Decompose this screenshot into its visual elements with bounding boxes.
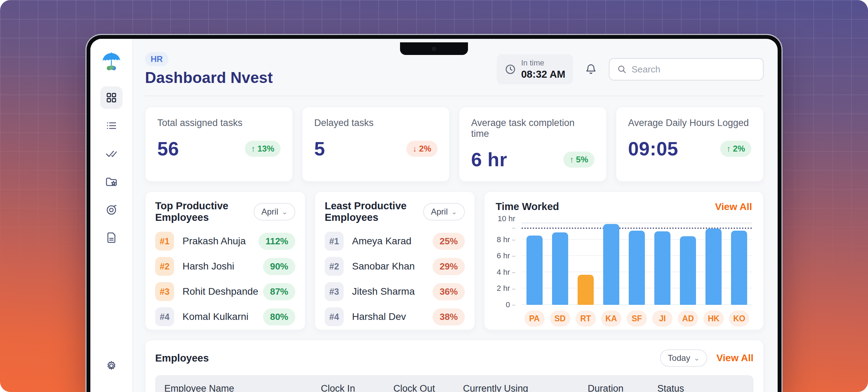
rank-badge: #4 (155, 307, 174, 326)
employee-name: Rohit Deshpande (182, 286, 258, 297)
search-icon (617, 64, 627, 75)
stat-label: Average Daily Hours Logged (628, 118, 751, 128)
rank-badge: #2 (155, 257, 174, 276)
sidebar-item-reports[interactable] (100, 226, 123, 249)
stat-delta-badge: ↑13% (245, 141, 281, 157)
employees-view-all-link[interactable]: View All (716, 352, 753, 364)
middle-row: Top Productive Employees April⌄ #1Prakas… (145, 191, 764, 330)
camera-notch (400, 42, 468, 55)
productivity-percent-badge: 87% (263, 283, 295, 300)
column-header: Employee Name (164, 383, 321, 392)
productivity-row[interactable]: #1Prakash Ahuja112% (155, 231, 295, 251)
employee-name: Ameya Karad (352, 236, 412, 247)
productivity-percent-badge: 38% (433, 308, 465, 326)
productivity-row[interactable]: #3Rohit Deshpande87% (155, 281, 295, 302)
column-header: Clock In (321, 383, 393, 392)
top-productive-month-dropdown[interactable]: April⌄ (254, 203, 295, 220)
sidebar-item-dashboard[interactable] (100, 86, 123, 109)
bar-KO[interactable] (731, 231, 747, 305)
stat-card-avg-hours: Average Daily Hours Logged 09:05 ↑2% (616, 107, 764, 182)
employee-name: Komal Kulkarni (182, 311, 248, 322)
chart-y-tick: 8 hr (496, 235, 515, 244)
main-content: HR Dashboard Nvest In time 08:32 AM (133, 39, 778, 392)
chart-x-label-badge: KA (601, 310, 621, 327)
bar-SF[interactable] (629, 231, 645, 305)
rank-badge: #2 (325, 257, 344, 276)
chart-x-label-badge: RT (576, 310, 596, 327)
chart-x-labels: PASDRTKASFJIADHKKO (522, 310, 752, 327)
chart-y-tick: 6 hr (496, 251, 515, 260)
chart-x-label-badge: JI (652, 310, 673, 327)
sidebar-item-approvals[interactable] (100, 142, 123, 165)
stat-label: Total assigned tasks (157, 118, 281, 128)
bar-SD[interactable] (552, 232, 568, 305)
productivity-percent-badge: 36% (433, 283, 465, 300)
sidebar-item-settings[interactable] (100, 355, 123, 377)
target-icon (104, 203, 118, 217)
department-badge: HR (145, 52, 168, 66)
bar-JI[interactable] (654, 231, 670, 305)
stat-card-delayed-tasks: Delayed tasks 5 ↓2% (302, 107, 450, 182)
chart-y-tick: 4 hr (496, 268, 515, 277)
rank-badge: #4 (325, 307, 344, 326)
productivity-row[interactable]: #4Harshal Dev38% (325, 307, 465, 327)
panel-title: Least Productive Employees (325, 200, 423, 223)
productivity-row[interactable]: #4Komal Kulkarni80% (155, 307, 295, 327)
in-time-badge: In time 08:32 AM (497, 54, 573, 84)
employee-name: Jitesh Sharma (352, 286, 415, 297)
chart-bars (522, 217, 752, 305)
column-header: Currently Using (463, 383, 588, 392)
employees-period-dropdown[interactable]: Today⌄ (660, 349, 707, 367)
stat-value: 6 hr (471, 148, 507, 171)
column-header: Duration (588, 383, 657, 392)
productivity-row[interactable]: #2Harsh Joshi90% (155, 256, 295, 276)
sidebar-item-tasks-list[interactable] (100, 114, 123, 137)
rank-badge: #3 (325, 282, 344, 301)
employee-name: Prakash Ahuja (182, 236, 246, 247)
stat-delta-badge: ↓2% (406, 141, 438, 157)
sidebar-item-goals[interactable] (100, 198, 123, 221)
column-header: Status (657, 383, 718, 392)
in-time-value: 08:32 AM (521, 69, 565, 80)
least-productive-panel: Least Productive Employees April⌄ #1Amey… (315, 191, 475, 330)
chart-view-all-link[interactable]: View All (715, 201, 752, 212)
stat-value: 09:05 (628, 138, 678, 160)
folder-star-icon (104, 175, 118, 189)
notification-bell-icon[interactable] (584, 63, 598, 76)
bar-PA[interactable] (526, 236, 543, 305)
chart-x-label-badge: AD (678, 310, 698, 327)
sidebar-item-projects[interactable] (100, 170, 123, 193)
search-box[interactable] (609, 58, 764, 80)
laptop-frame: HR Dashboard Nvest In time 08:32 AM (87, 35, 781, 392)
panel-title: Top Productive Employees (155, 200, 254, 223)
chevron-down-icon: ⌄ (451, 208, 457, 216)
productivity-percent-badge: 80% (263, 308, 295, 326)
stat-label: Average task completion time (471, 118, 594, 139)
bar-KA[interactable] (603, 224, 619, 305)
chevron-down-icon: ⌄ (282, 208, 288, 216)
rank-badge: #3 (155, 282, 174, 301)
bar-RT[interactable] (578, 275, 594, 305)
productivity-row[interactable]: #3Jitesh Sharma36% (325, 281, 465, 302)
productivity-percent-badge: 90% (263, 258, 295, 275)
topbar-right: In time 08:32 AM (497, 54, 764, 84)
productivity-row[interactable]: #2Sanobar Khan29% (325, 256, 465, 276)
document-icon (104, 231, 118, 245)
stat-cards: Total assigned tasks 56 ↑13% Delayed tas… (145, 107, 764, 182)
bar-AD[interactable] (680, 236, 696, 305)
employees-title: Employees (155, 352, 209, 364)
stat-delta-badge: ↑2% (720, 141, 751, 157)
productivity-percent-badge: 112% (259, 233, 295, 250)
productivity-percent-badge: 25% (433, 233, 465, 250)
stat-card-avg-completion: Average task completion time 6 hr ↑5% (459, 107, 607, 182)
search-input[interactable] (632, 64, 755, 75)
least-productive-month-dropdown[interactable]: April⌄ (423, 203, 465, 220)
chart-plot-area: 10 hr8 hr6 hr4 hr2 hr0 (522, 217, 752, 305)
bar-HK[interactable] (705, 229, 722, 305)
rank-badge: #1 (325, 232, 344, 251)
productivity-row[interactable]: #1Ameya Karad25% (325, 231, 465, 251)
top-productive-list: #1Prakash Ahuja112%#2Harsh Joshi90%#3Roh… (155, 231, 295, 330)
stat-card-total-tasks: Total assigned tasks 56 ↑13% (145, 107, 293, 182)
app-screen: HR Dashboard Nvest In time 08:32 AM (90, 39, 778, 392)
chart-x-label-badge: KO (729, 310, 749, 327)
